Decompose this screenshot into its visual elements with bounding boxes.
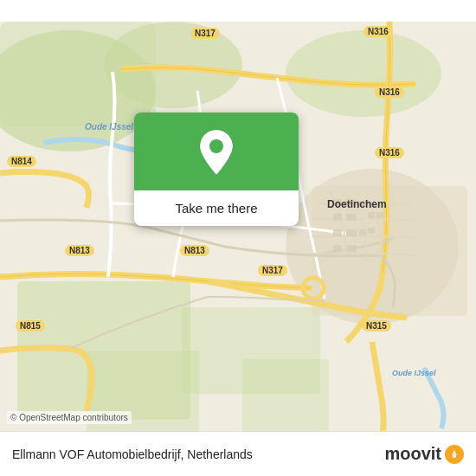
road-label-n813-mid: N813 xyxy=(180,245,209,256)
road-label-n315: N315 xyxy=(362,320,391,331)
moovit-dot-icon xyxy=(445,445,464,464)
road-label-n813-left: N813 xyxy=(65,245,94,256)
location-info: Ellmann VOF Automobielbedrijf, Netherlan… xyxy=(12,447,253,461)
svg-rect-20 xyxy=(359,229,366,235)
moovit-wordmark: moovit xyxy=(384,444,441,464)
road-label-n814: N814 xyxy=(7,156,36,167)
svg-rect-4 xyxy=(0,22,156,125)
svg-rect-19 xyxy=(346,229,357,236)
svg-rect-21 xyxy=(333,245,342,252)
road-label-n316-right: N316 xyxy=(375,87,404,98)
svg-rect-16 xyxy=(333,214,342,221)
label-oude-ijssel-top: Oude IJssel xyxy=(82,121,136,132)
road-label-n317-bot: N317 xyxy=(258,265,287,276)
svg-rect-25 xyxy=(376,212,383,218)
moovit-logo: moovit xyxy=(384,444,464,464)
location-pin-icon xyxy=(196,128,237,178)
road-label-n815: N815 xyxy=(16,320,45,331)
svg-rect-17 xyxy=(346,214,357,221)
bottom-bar: Ellmann VOF Automobielbedrijf, Netherlan… xyxy=(0,431,476,476)
label-oude-ijssel-bot: Oude IJssel xyxy=(389,368,439,378)
svg-rect-18 xyxy=(333,229,342,236)
svg-rect-24 xyxy=(368,228,375,234)
take-me-there-button[interactable]: Take me there xyxy=(134,190,299,226)
copyright-text: © OpenStreetMap contributors xyxy=(7,411,132,424)
svg-rect-27 xyxy=(453,454,456,458)
svg-point-5 xyxy=(286,30,441,117)
svg-point-26 xyxy=(209,139,223,153)
popup-icon-area xyxy=(134,113,299,190)
svg-rect-22 xyxy=(346,245,357,252)
road-label-n317-top: N317 xyxy=(190,28,220,39)
label-doetinchem: Doetinchem xyxy=(325,197,389,211)
road-label-n316-tr: N316 xyxy=(363,26,393,37)
location-name: Ellmann VOF Automobielbedrijf, Netherlan… xyxy=(12,447,253,461)
road-label-n316-mid: N316 xyxy=(375,147,404,158)
map-container: N317 N316 N316 N316 N814 N813 N813 N317 … xyxy=(0,0,476,476)
popup-card: Take me there xyxy=(134,113,299,226)
svg-rect-23 xyxy=(368,212,375,218)
